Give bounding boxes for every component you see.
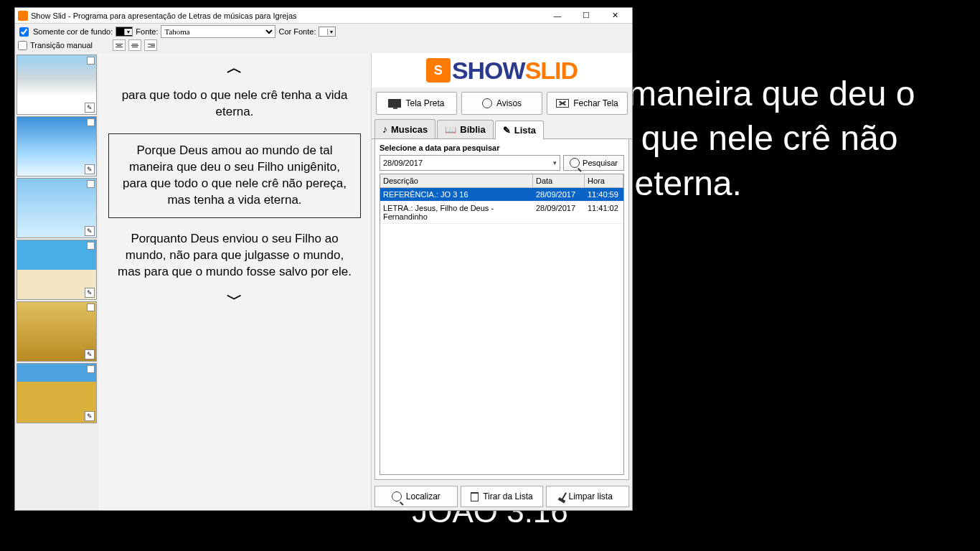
- col-hora[interactable]: Hora: [585, 174, 623, 187]
- search-icon: [570, 158, 580, 168]
- select-date-label: Selecione a data para pesquisar: [380, 143, 624, 152]
- bg-thumb-2[interactable]: ✎: [17, 116, 97, 176]
- maximize-button[interactable]: ☐: [572, 9, 600, 23]
- tab-musicas[interactable]: ♪Musicas: [374, 119, 435, 138]
- date-input[interactable]: 28/09/2017: [380, 155, 560, 171]
- results-grid: Descrição Data Hora REFERÊNCIA.: JO 3 16…: [380, 174, 624, 475]
- bg-thumb-6[interactable]: ✎: [17, 363, 97, 423]
- grid-header: Descrição Data Hora: [380, 174, 623, 188]
- transicao-label: Transição manual: [30, 41, 93, 50]
- only-bg-label: Somente cor de fundo:: [33, 27, 113, 36]
- thumb-check-icon[interactable]: [87, 365, 95, 373]
- broom-icon: [561, 492, 567, 500]
- action-row: Tela Preta Avisos Fechar Tela: [372, 88, 632, 119]
- align-center-button[interactable]: [128, 39, 141, 51]
- toolbar-row-2: Transição manual: [15, 39, 632, 53]
- tab-lista[interactable]: ✎Lista: [495, 121, 544, 139]
- only-bg-checkbox[interactable]: [19, 27, 29, 37]
- bg-thumb-5[interactable]: ✎: [17, 301, 97, 362]
- thumb-edit-icon[interactable]: ✎: [85, 411, 95, 421]
- thumb-edit-icon[interactable]: ✎: [85, 349, 95, 359]
- minimize-button[interactable]: —: [543, 9, 572, 23]
- logo-text-a: SHOW: [452, 57, 525, 84]
- app-icon: [18, 11, 28, 21]
- localizar-button[interactable]: Localizar: [374, 486, 458, 507]
- magnifier-icon: [392, 491, 402, 501]
- col-descricao[interactable]: Descrição: [380, 174, 533, 187]
- logo-mark-icon: S: [426, 58, 451, 83]
- toolbar-row-1: Somente cor de fundo: Fonte: Tahoma Cor …: [15, 24, 632, 39]
- thumb-check-icon[interactable]: [87, 242, 95, 250]
- thumb-check-icon[interactable]: [87, 303, 95, 311]
- right-panel: S SHOWSLID Tela Preta Avisos Fechar Tela…: [371, 53, 632, 510]
- col-data[interactable]: Data: [533, 174, 585, 187]
- font-color-swatch[interactable]: [319, 27, 336, 37]
- next-lyric-block[interactable]: Porquanto Deus enviou o seu Filho ao mun…: [103, 231, 367, 281]
- trash-icon: [471, 492, 479, 501]
- thumb-edit-icon[interactable]: ✎: [85, 164, 95, 174]
- thumb-check-icon[interactable]: [87, 57, 95, 65]
- bottom-action-row: Localizar Tirar da Lista Limpar lista: [372, 483, 632, 510]
- cell-desc: LETRA.: Jesus, Filho de Deus - Fernandin…: [380, 202, 533, 223]
- lista-tab-pane: Selecione a data para pesquisar 28/09/20…: [374, 139, 629, 480]
- align-right-button[interactable]: [144, 39, 157, 51]
- limpar-lista-button[interactable]: Limpar lista: [546, 486, 629, 507]
- fechar-tela-button[interactable]: Fechar Tela: [547, 92, 628, 115]
- tela-preta-button[interactable]: Tela Preta: [376, 92, 457, 115]
- thumb-check-icon[interactable]: [87, 118, 95, 126]
- align-left-button[interactable]: [113, 39, 126, 51]
- cell-data: 28/09/2017: [533, 202, 585, 223]
- cell-data: 28/09/2017: [533, 188, 585, 201]
- avisos-button[interactable]: Avisos: [461, 92, 542, 115]
- close-button[interactable]: ✕: [600, 9, 629, 23]
- thumb-check-icon[interactable]: [87, 180, 95, 188]
- transicao-checkbox[interactable]: [18, 41, 27, 50]
- next-slide-arrow[interactable]: ﹀: [227, 288, 242, 310]
- bg-thumb-1[interactable]: ✎: [17, 55, 97, 115]
- current-lyric-block[interactable]: Porque Deus amou ao mundo de tal maneira…: [108, 133, 361, 218]
- table-row[interactable]: LETRA.: Jesus, Filho de Deus - Fernandin…: [380, 202, 623, 224]
- app-logo: S SHOWSLID: [372, 53, 632, 88]
- app-window: Show Slid - Programa para apresentação d…: [14, 7, 633, 511]
- font-color-label: Cor Fonte:: [278, 27, 316, 36]
- bg-thumb-3[interactable]: ✎: [17, 178, 97, 238]
- cell-hora: 11:40:59: [585, 188, 623, 201]
- search-button[interactable]: Pesquisar: [563, 155, 624, 171]
- bg-thumb-4[interactable]: ✎: [17, 240, 97, 300]
- prev-slide-arrow[interactable]: ︿: [227, 57, 242, 79]
- titlebar[interactable]: Show Slid - Programa para apresentação d…: [15, 8, 632, 24]
- close-screen-icon: [556, 99, 569, 108]
- book-icon: 📖: [445, 124, 456, 135]
- thumb-edit-icon[interactable]: ✎: [85, 288, 95, 298]
- font-select[interactable]: Tahoma: [161, 25, 275, 38]
- bg-color-swatch[interactable]: [116, 27, 133, 37]
- background-thumbnails: ✎ ✎ ✎ ✎ ✎ ✎: [15, 53, 98, 510]
- font-label: Fonte:: [136, 27, 158, 36]
- prev-lyric-block[interactable]: para que todo o que nele crê tenha a vid…: [103, 88, 367, 121]
- table-row[interactable]: REFERÊNCIA.: JO 3 1628/09/201711:40:59: [380, 188, 623, 202]
- lyric-preview-column: ︿ para que todo o que nele crê tenha a v…: [98, 53, 371, 510]
- share-icon: [482, 98, 492, 108]
- tab-bar: ♪Musicas 📖Bíblia ✎Lista: [372, 119, 632, 139]
- window-title: Show Slid - Programa para apresentação d…: [31, 11, 543, 20]
- edit-icon: ✎: [503, 125, 511, 136]
- thumb-edit-icon[interactable]: ✎: [85, 103, 95, 113]
- screen-icon: [388, 99, 401, 108]
- thumb-edit-icon[interactable]: ✎: [85, 226, 95, 236]
- cell-hora: 11:41:02: [585, 202, 623, 223]
- tab-biblia[interactable]: 📖Bíblia: [437, 120, 493, 138]
- logo-text-b: SLID: [525, 57, 578, 84]
- cell-desc: REFERÊNCIA.: JO 3 16: [380, 188, 533, 201]
- music-note-icon: ♪: [382, 123, 387, 135]
- tirar-da-lista-button[interactable]: Tirar da Lista: [461, 486, 544, 507]
